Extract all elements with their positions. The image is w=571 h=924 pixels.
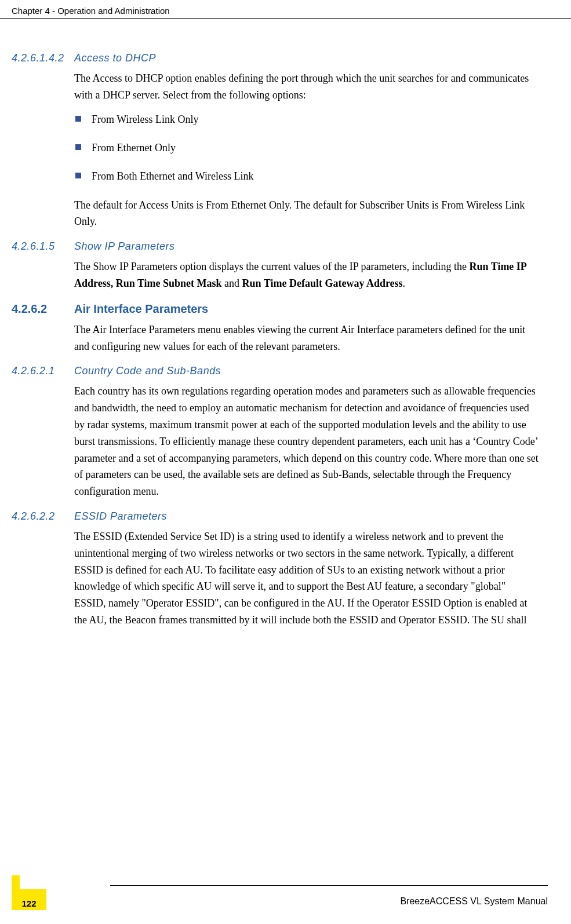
paragraph: The Access to DHCP option enables defini…	[74, 70, 539, 104]
paragraph: The Show IP Parameters option displays t…	[74, 258, 539, 292]
paragraph: Each country has its own regulations reg…	[74, 383, 539, 500]
paragraph: The default for Access Units is From Eth…	[74, 197, 539, 231]
footer: 122 BreezeACCESS VL System Manual	[12, 885, 548, 910]
section-body: The ESSID (Extended Service Set ID) is a…	[74, 528, 539, 629]
heading-title: Show IP Parameters	[74, 240, 174, 253]
accent-bar	[12, 875, 20, 910]
heading-country-code: 4.2.6.2.1 Country Code and Sub-Bands	[12, 365, 539, 377]
text-run: .	[403, 277, 406, 289]
heading-show-ip: 4.2.6.1.5 Show IP Parameters	[12, 240, 539, 253]
heading-title: ESSID Parameters	[74, 510, 167, 523]
page: Chapter 4 - Operation and Administration…	[0, 0, 571, 924]
list-item: From Wireless Link Only	[74, 112, 539, 127]
heading-number: 4.2.6.1.5	[12, 240, 74, 253]
heading-number: 4.2.6.1.4.2	[12, 52, 74, 64]
list-item: From Ethernet Only	[74, 140, 539, 156]
heading-title: Country Code and Sub-Bands	[74, 365, 221, 377]
manual-title: BreezeACCESS VL System Manual	[400, 896, 548, 910]
text-bold: Run Time Default Gateway Address	[242, 277, 403, 289]
bullet-list: From Wireless Link Only From Ethernet On…	[74, 112, 539, 184]
section-air-interface: 4.2.6.2 Air Interface Parameters The Air…	[12, 302, 539, 355]
heading-essid: 4.2.6.2.2 ESSID Parameters	[12, 510, 539, 523]
heading-access-dhcp: 4.2.6.1.4.2 Access to DHCP	[12, 52, 539, 64]
section-access-dhcp: 4.2.6.1.4.2 Access to DHCP The Access to…	[12, 52, 539, 230]
text-run: The Show IP Parameters option displays t…	[74, 261, 470, 272]
heading-title: Air Interface Parameters	[74, 302, 208, 316]
section-body: The Access to DHCP option enables defini…	[74, 70, 539, 230]
text-run: and	[222, 277, 242, 289]
footer-rule	[110, 885, 548, 886]
heading-number: 4.2.6.2.2	[12, 510, 74, 523]
heading-air-interface: 4.2.6.2 Air Interface Parameters	[12, 302, 539, 316]
running-header: Chapter 4 - Operation and Administration	[0, 0, 571, 19]
paragraph: The ESSID (Extended Service Set ID) is a…	[74, 528, 539, 629]
section-essid: 4.2.6.2.2 ESSID Parameters The ESSID (Ex…	[12, 510, 539, 629]
section-body: The Show IP Parameters option displays t…	[74, 258, 539, 292]
paragraph: The Air Interface Parameters menu enable…	[74, 322, 539, 355]
content-area: 4.2.6.1.4.2 Access to DHCP The Access to…	[0, 19, 571, 629]
section-body: Each country has its own regulations reg…	[74, 383, 539, 500]
heading-title: Access to DHCP	[74, 52, 156, 64]
section-body: The Air Interface Parameters menu enable…	[74, 322, 539, 355]
heading-number: 4.2.6.2	[12, 302, 74, 316]
section-country-code: 4.2.6.2.1 Country Code and Sub-Bands Eac…	[12, 365, 539, 500]
footer-row: 122 BreezeACCESS VL System Manual	[12, 889, 548, 910]
list-item: From Both Ethernet and Wireless Link	[74, 169, 539, 184]
heading-number: 4.2.6.2.1	[12, 365, 74, 377]
section-show-ip: 4.2.6.1.5 Show IP Parameters The Show IP…	[12, 240, 539, 292]
